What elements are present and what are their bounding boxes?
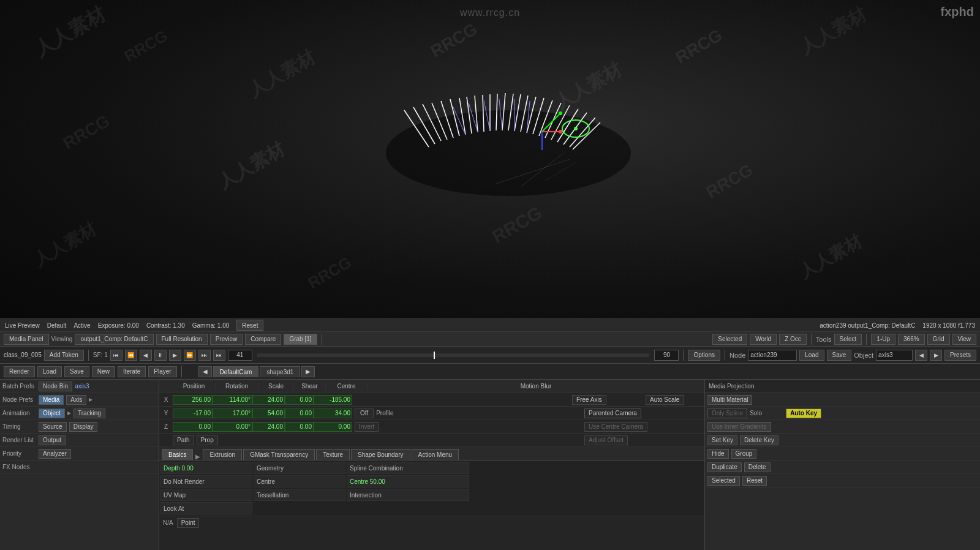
point-btn[interactable]: Point [177,518,200,528]
delete-key-btn[interactable]: Delete Key [740,435,778,445]
source-btn[interactable]: Source [39,422,67,432]
duplicate-btn[interactable]: Duplicate [707,462,742,472]
grid-btn[interactable]: Grid [927,334,950,345]
geometry-cell[interactable]: Geometry [254,462,345,474]
select-btn[interactable]: Select [834,334,862,345]
transport-load-btn[interactable]: Load [799,350,824,361]
z-occ-btn[interactable]: Z Occ [779,334,807,345]
y-centre-input[interactable] [314,409,352,418]
z-rotation-input[interactable] [213,422,252,432]
z-centre-input[interactable] [314,422,352,432]
prev-node-btn[interactable]: ◀ [198,366,212,377]
off-btn[interactable]: Off [355,409,374,418]
auto-scale-btn[interactable]: Auto Scale [646,395,684,405]
new-btn[interactable]: New [92,366,115,377]
intersection-cell[interactable]: Intersection [347,489,469,501]
add-token-btn[interactable]: Add Token [44,350,84,361]
x-position-input[interactable] [173,395,213,405]
object-btn[interactable]: Object [39,409,65,418]
z-scale-input[interactable] [252,422,285,432]
parented-camera-btn[interactable]: Parented Camera [584,409,641,418]
texture-tab[interactable]: Texture [316,449,350,460]
load-btn[interactable]: Load [37,366,62,377]
analyzer-btn[interactable]: Analyzer [39,449,71,459]
play-begin-btn[interactable]: ⏮ [110,350,123,361]
play-back-btn[interactable]: ◀ [140,350,152,361]
only-spline-btn[interactable]: Only Spline [707,409,747,418]
reset-prop-btn[interactable]: Reset [742,476,767,486]
preview-btn[interactable]: Preview [210,334,243,345]
next-frame-btn[interactable]: ⏩ [184,350,196,361]
hide-btn[interactable]: Hide [707,449,729,459]
y-scale-input[interactable] [252,409,285,418]
auto-key-btn[interactable]: Auto Key [786,409,821,418]
prev-key-btn[interactable]: ⏪ [125,350,137,361]
options-btn[interactable]: Options [688,350,720,361]
invert-btn[interactable]: Invert [355,422,379,432]
prev-obj-btn[interactable]: ◀ [915,350,927,361]
tab-shape3d1[interactable]: shape3d1 [260,366,300,377]
look-at-cell[interactable]: Look At [160,502,252,514]
output-prop-btn[interactable]: Output [39,435,66,445]
selected-prop-btn[interactable]: Selected [707,476,740,486]
render-btn[interactable]: Render [4,366,35,377]
tab-defaultcam[interactable]: DefaultCam [213,366,259,377]
grab-btn[interactable]: Grab [1] [284,334,317,345]
frame-input[interactable] [228,350,252,361]
full-res-btn[interactable]: Full Resolution [156,334,208,345]
world-btn[interactable]: World [750,334,777,345]
set-key-btn[interactable]: Set Key [707,435,737,445]
shape-boundary-tab[interactable]: Shape Boundary [351,449,410,460]
axis-btn[interactable]: Axis [66,395,86,405]
play-end-btn[interactable]: ⏭ [213,350,225,361]
transport-save-btn[interactable]: Save [827,350,852,361]
free-axis-btn[interactable]: Free Axis [572,395,606,405]
next-key-btn[interactable]: ⏭ [198,350,211,361]
x-centre-input[interactable] [314,395,352,405]
display-btn[interactable]: Display [69,422,98,432]
selected-btn[interactable]: Selected [712,334,747,345]
compare-btn[interactable]: Compare [245,334,281,345]
x-rotation-input[interactable] [213,395,252,405]
player-btn[interactable]: Player [148,366,176,377]
node-bin-btn[interactable]: Node Bin [39,382,72,391]
play-fwd-btn[interactable]: ▶ [169,350,181,361]
adjust-offset-btn[interactable]: Adjust Offset [584,435,628,445]
z-shear-input[interactable] [285,422,314,432]
use-centre-camera-btn[interactable]: Use Centre Camera [584,422,647,432]
group-btn[interactable]: Group [731,449,757,459]
y-position-input[interactable] [173,409,213,418]
y-shear-input[interactable] [285,409,314,418]
output-btn[interactable]: output1_Comp: DefaultC [75,334,153,345]
uv-map-cell[interactable]: UV Map [160,489,252,501]
gmask-tab[interactable]: GMask Transparency [243,449,315,460]
node-input[interactable] [748,350,797,361]
next-node-btn[interactable]: ▶ [301,366,315,377]
tessellation-cell[interactable]: Tessellation [254,489,345,501]
reset-button[interactable]: Reset [236,320,263,331]
play-btn[interactable]: ⏸ [154,350,167,361]
y-rotation-input[interactable] [213,409,252,418]
presets-btn[interactable]: Presets [944,350,976,361]
use-inner-gradients-btn[interactable]: Use Inner Gradients [707,422,771,432]
action-menu-tab[interactable]: Action Menu [412,449,459,460]
view-1up-btn[interactable]: 1-Up [871,334,895,345]
save-btn2[interactable]: Save [64,366,89,377]
multi-material-btn[interactable]: Multi Material [707,395,752,405]
basics-tab[interactable]: Basics [162,449,193,460]
iterate-btn[interactable]: Iterate [118,366,146,377]
x-scale-input[interactable] [252,395,285,405]
x-shear-input[interactable] [285,395,314,405]
spline-combination-cell[interactable]: Spline Combination [347,462,469,474]
prop-btn[interactable]: Prop [197,435,218,445]
tracking-btn[interactable]: Tracking [74,409,105,418]
object-input[interactable] [876,350,913,361]
media-panel-btn[interactable]: Media Panel [4,334,49,345]
delete-btn[interactable]: Delete [744,462,771,472]
path-btn[interactable]: Path [173,435,194,445]
extrusion-tab[interactable]: Extrusion [203,449,242,460]
next-obj-btn[interactable]: ▶ [930,350,942,361]
end-frame-input[interactable] [654,350,679,361]
z-position-input[interactable] [173,422,213,432]
view-btn[interactable]: View [952,334,977,345]
